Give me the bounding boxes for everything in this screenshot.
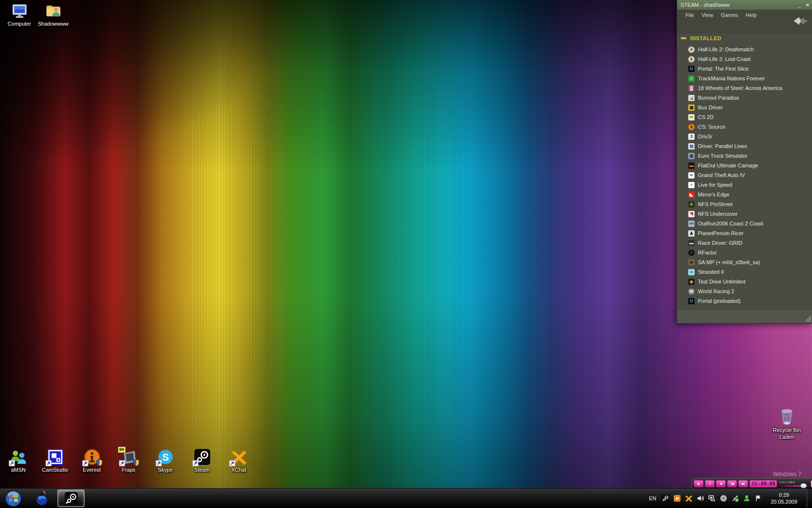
clock-date: 20.05.2009: [770, 499, 797, 505]
resize-grip[interactable]: [803, 314, 812, 322]
game-row-grand-theft-auto-iv[interactable]: IVGrand Theft Auto IV: [688, 170, 812, 180]
menu-item-view[interactable]: View: [702, 12, 713, 18]
game-row-mirror-s-edge[interactable]: ◣Mirror's Edge: [688, 190, 812, 199]
taskbar-clock[interactable]: 0:29 20.05.2009: [768, 492, 800, 506]
game-title: Portal (preloaded): [698, 298, 740, 304]
game-icon: r: [688, 250, 695, 256]
game-row-euro-truck-simulator[interactable]: ▣Euro Truck Simulator: [688, 151, 812, 161]
xchat-tray-icon[interactable]: [685, 494, 693, 502]
volume-slider[interactable]: [780, 485, 807, 487]
game-title: FlatOut Ultimate Carnage: [698, 163, 758, 168]
desktop-icon-everest[interactable]: Everest: [73, 448, 110, 473]
steam-window-toolbar: FileViewGamesHelp: [677, 10, 812, 33]
game-row-portal-preloaded[interactable]: OPortal (preloaded): [688, 296, 812, 306]
desktop-icon-fraps[interactable]: 99Fraps: [110, 448, 147, 473]
recycle-bin-label: Recycle Bin: [773, 427, 801, 433]
network-icon[interactable]: [708, 494, 716, 502]
previous-button[interactable]: |◀: [727, 480, 737, 488]
game-row-planetpenuin-ricer[interactable]: ♟PlanetPenuin Ricer: [688, 228, 812, 238]
game-row-portal-the-first-slice[interactable]: OPortal: The First Slice: [688, 64, 812, 74]
fraps-icon: 99: [120, 448, 137, 465]
clock-time: 0:29: [779, 492, 789, 498]
taskbar-left: [4, 489, 85, 508]
menu-item-games[interactable]: Games: [721, 12, 738, 18]
desktop-icon-label: XChat: [232, 467, 246, 473]
minimize-button[interactable]: _: [798, 2, 800, 7]
game-row-stranded-ii[interactable]: ♣Stranded II: [688, 267, 812, 277]
camstudio-icon: [47, 448, 64, 465]
everest-icon: [84, 448, 101, 465]
next-button[interactable]: ▶|: [738, 480, 748, 488]
game-row-half-life-2-deathmatch[interactable]: λHalf-Life 2: Deathmatch: [688, 45, 812, 54]
play-button[interactable]: ▶: [694, 480, 704, 488]
desktop-icon-label: Fraps: [122, 467, 135, 473]
game-row-nfs-prostreet[interactable]: ♣NFS ProStreet: [688, 199, 812, 209]
volume-icon[interactable]: [696, 494, 704, 502]
desktop-icon-shadowwww[interactable]: Shadowwww: [35, 2, 72, 27]
media-player-tray-icon[interactable]: [673, 494, 681, 502]
game-icon: ◥: [688, 211, 695, 217]
user-status-icon[interactable]: [743, 494, 751, 502]
desktop-icon-camstudio[interactable]: CamStudio: [37, 448, 73, 473]
shortcut-arrow-icon: [156, 460, 162, 466]
language-indicator[interactable]: EN: [649, 495, 656, 501]
game-row-bus-driver[interactable]: ▦Bus Driver: [688, 103, 812, 112]
desktop-icon-label: CamStudio: [42, 467, 68, 473]
menu-item-file[interactable]: File: [685, 12, 694, 18]
game-row-driv3r[interactable]: 3Driv3r: [688, 132, 812, 141]
recycle-bin[interactable]: Recycle Bin Laden: [768, 407, 805, 440]
quick-launch-bomb-icon[interactable]: [34, 491, 49, 506]
stop-button[interactable]: ■: [716, 480, 726, 488]
steam-window-statusbar: [677, 309, 812, 323]
game-title: CS 2D: [698, 114, 713, 120]
game-row-rfactor[interactable]: rRFactor: [688, 248, 812, 257]
game-row-cs-source[interactable]: λCS: Source: [688, 122, 812, 132]
action-center-flag-icon[interactable]: [754, 494, 762, 502]
desktop-icon-xchat[interactable]: XChat: [220, 448, 257, 473]
game-row-trackmania-nations-forever[interactable]: ≡TrackMania Nations Forever: [688, 74, 812, 83]
game-row-cs-2d[interactable]: 2DCS 2D: [688, 112, 812, 122]
game-row-driver-parallel-lines[interactable]: ▤Driver: Parallel Lines: [688, 141, 812, 151]
steam-taskbar-button[interactable]: [58, 490, 85, 507]
game-icon: ◣: [688, 192, 695, 198]
desktop-icon-steam[interactable]: Steam: [184, 448, 220, 473]
game-row-nfs-undercover[interactable]: ◥NFS Undercover: [688, 209, 812, 219]
installed-section-header[interactable]: INSTALLED: [681, 35, 722, 41]
game-icon: O: [688, 298, 695, 304]
desktop-icon-computer[interactable]: Computer: [1, 2, 38, 27]
steam-tray-icon[interactable]: [662, 494, 669, 502]
game-icon: 3: [688, 134, 695, 140]
game-row-half-life-2-lost-coast[interactable]: λHalf-Life 2: Lost Coast: [688, 54, 812, 64]
game-row-sa-mp-m0d-s0beit-sa[interactable]: ☻SA:MP (+ m0d_s0beit_sa): [688, 257, 812, 267]
windows-build-watermark: Windows 7: [773, 471, 801, 478]
desktop-icon-amsn[interactable]: aMSN: [0, 448, 37, 473]
game-row-outrun2006-coast-2-coast[interactable]: OROutRun2006 Coast 2 Coast: [688, 219, 812, 228]
start-button[interactable]: [4, 490, 22, 508]
game-row-test-drive-unlimited[interactable]: ◆Test Drive Unlimited: [688, 277, 812, 286]
menu-item-help[interactable]: Help: [746, 12, 757, 18]
steam-window-titlebar[interactable]: STEAM - shad0www _ ×: [677, 0, 812, 10]
spectrum-bars-icon: [752, 481, 757, 486]
game-row-burnout-paradise[interactable]: ◢Burnout Paradise: [688, 93, 812, 103]
remove-device-icon[interactable]: [720, 494, 727, 502]
steam-window: STEAM - shad0www _ × FileViewGamesHelp I…: [677, 0, 812, 324]
game-title: Live for Speed: [698, 182, 732, 188]
game-row-live-for-speed[interactable]: //Live for Speed: [688, 180, 812, 190]
desktop-icon-label: Skype: [158, 467, 173, 473]
game-row-flatout-ultimate-carnage[interactable]: ▬FlatOut Ultimate Carnage: [688, 161, 812, 170]
pause-button[interactable]: ‖: [705, 480, 715, 488]
game-row-world-racing-2[interactable]: WWorld Racing 2: [688, 286, 812, 296]
back-forward-arrows-icon[interactable]: [791, 15, 811, 27]
shortcut-arrow-icon: [9, 460, 15, 466]
shortcut-arrow-icon: [119, 460, 125, 466]
usb-device-icon[interactable]: [731, 494, 739, 502]
collapse-icon[interactable]: [681, 37, 686, 39]
desktop-icon-skype[interactable]: SSkype: [147, 448, 184, 473]
game-row-race-driver-grid[interactable]: ▬Race Driver: GRID: [688, 238, 812, 248]
game-icon: λ: [688, 56, 695, 62]
close-button[interactable]: ×: [806, 2, 809, 7]
show-desktop-button[interactable]: [807, 489, 812, 508]
game-row-18-wheels-of-steel-across-america[interactable]: ▓18 Wheels of Steel: Across America: [688, 83, 812, 93]
volume-knob[interactable]: [800, 483, 807, 488]
game-title: Bus Driver: [698, 105, 723, 110]
